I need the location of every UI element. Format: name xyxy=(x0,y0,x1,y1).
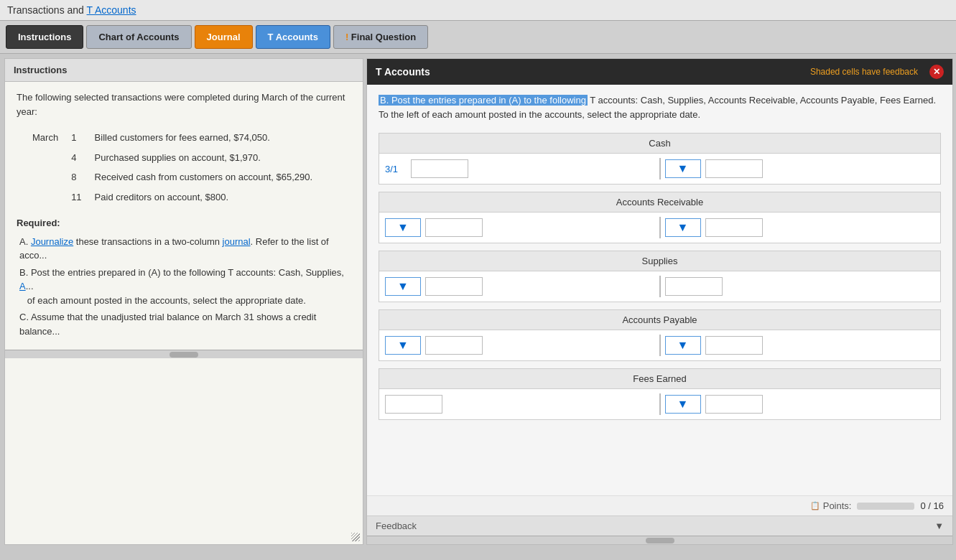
month-cell xyxy=(32,188,70,207)
cash-date-label: 3/1 xyxy=(385,164,407,174)
fees-right-input[interactable] xyxy=(705,395,763,414)
title-text: Transactions and xyxy=(7,4,87,16)
t-account-fees-row: ▼ xyxy=(379,389,940,419)
tab-final-question[interactable]: Final Question xyxy=(333,25,428,49)
day-cell: 8 xyxy=(71,168,93,187)
right-bottom-scrollbar[interactable] xyxy=(367,536,952,544)
table-row: 11 Paid creditors on account, $800. xyxy=(32,188,324,207)
scrollbar-handle xyxy=(170,352,198,358)
table-row: 4 Purchased supplies on account, $1,970. xyxy=(32,149,324,167)
required-section: Required: A. Journalize these transactio… xyxy=(17,216,351,338)
cash-right-side: ▼ xyxy=(665,159,935,178)
chevron-down-icon: ▼ xyxy=(397,221,409,234)
journal-link[interactable]: journal xyxy=(223,236,251,247)
day-cell: 11 xyxy=(71,188,93,207)
month-cell xyxy=(32,168,70,187)
tab-bar: Instructions Chart of Accounts Journal T… xyxy=(0,21,956,54)
chevron-down-icon: ▼ xyxy=(677,162,689,175)
fees-divider xyxy=(659,393,661,415)
fees-left-side xyxy=(385,395,655,414)
ar-link[interactable]: A xyxy=(19,281,26,291)
fees-right-dropdown[interactable]: ▼ xyxy=(665,395,701,414)
t-account-ap: Accounts Payable ▼ ▼ xyxy=(379,309,941,361)
page-title: Transactions and T Accounts xyxy=(7,4,136,16)
feedback-row: Feedback ▼ xyxy=(367,515,952,536)
ar-left-input[interactable] xyxy=(425,218,483,237)
month-cell xyxy=(32,149,70,167)
supplies-right-input[interactable] xyxy=(665,277,723,296)
fees-left-input[interactable] xyxy=(385,395,442,414)
req-item-b: B. Post the entries prepared in (A) to t… xyxy=(17,266,351,308)
feedback-dropdown-icon[interactable]: ▼ xyxy=(934,521,944,531)
desc-cell: Purchased supplies on account, $1,970. xyxy=(95,149,325,167)
highlight-text: B. Post the entries prepared in (A) to t… xyxy=(379,95,588,106)
ap-left-dropdown[interactable]: ▼ xyxy=(385,336,421,355)
left-panel-body: The following selected transactions were… xyxy=(5,82,363,350)
right-scrollbar-handle xyxy=(646,538,674,543)
desc-cell: Received cash from customers on account,… xyxy=(95,168,325,187)
resize-handle[interactable] xyxy=(351,533,360,541)
tab-journal[interactable]: Journal xyxy=(195,25,253,49)
t-account-ar-header: Accounts Receivable xyxy=(379,192,940,213)
intro-text: The following selected transactions were… xyxy=(17,90,351,118)
req-item-a: A. Journalize these transactions in a tw… xyxy=(17,235,351,263)
t-account-cash-row: 3/1 ▼ xyxy=(379,154,940,184)
points-value: 0 / 16 xyxy=(920,500,944,511)
desc-cell: Paid creditors on account, $800. xyxy=(95,188,325,207)
right-panel-header: T Accounts Shaded cells have feedback ✕ xyxy=(367,59,952,85)
ar-divider xyxy=(659,217,661,238)
ap-right-dropdown[interactable]: ▼ xyxy=(665,336,701,355)
chevron-down-icon: ▼ xyxy=(677,221,689,234)
transactions-table: March 1 Billed customers for fees earned… xyxy=(31,127,325,207)
supplies-left-input[interactable] xyxy=(425,277,483,296)
main-content: Instructions The following selected tran… xyxy=(0,54,956,549)
t-account-ar: Accounts Receivable ▼ ▼ xyxy=(379,192,941,243)
left-panel-header: Instructions xyxy=(5,59,363,82)
right-panel-title: T Accounts xyxy=(376,66,430,78)
close-button[interactable]: ✕ xyxy=(929,65,944,79)
cash-left-side: 3/1 xyxy=(385,159,655,178)
supplies-right-side xyxy=(665,277,935,296)
t-accounts-link[interactable]: T Accounts xyxy=(87,4,136,16)
ap-divider xyxy=(659,335,661,356)
cash-right-input[interactable] xyxy=(705,159,763,178)
chevron-down-icon: ▼ xyxy=(677,398,689,411)
t-account-cash-header: Cash xyxy=(379,134,940,154)
desc-cell: Billed customers for fees earned, $74,05… xyxy=(95,129,325,147)
tab-t-accounts[interactable]: T Accounts xyxy=(256,25,330,49)
bottom-scrollbar[interactable] xyxy=(5,350,363,358)
feedback-label: Feedback xyxy=(376,521,417,531)
tab-chart-of-accounts[interactable]: Chart of Accounts xyxy=(86,25,191,49)
cash-left-input[interactable] xyxy=(411,159,468,178)
t-account-fees: Fees Earned ▼ xyxy=(379,368,941,420)
tab-instructions[interactable]: Instructions xyxy=(6,25,83,49)
ar-left-side: ▼ xyxy=(385,218,655,237)
t-account-fees-header: Fees Earned xyxy=(379,369,940,389)
ar-left-dropdown[interactable]: ▼ xyxy=(385,218,421,237)
t-account-supplies: Supplies ▼ xyxy=(379,251,941,302)
ap-left-side: ▼ xyxy=(385,336,655,355)
required-label: Required: xyxy=(17,216,351,230)
t-account-ap-header: Accounts Payable xyxy=(379,310,940,330)
day-cell: 4 xyxy=(71,149,93,167)
cash-right-dropdown[interactable]: ▼ xyxy=(665,159,701,178)
ar-right-input[interactable] xyxy=(705,218,763,237)
supplies-divider xyxy=(659,276,661,297)
req-item-c: C. Assume that the unadjusted trial bala… xyxy=(17,310,351,338)
t-account-supplies-header: Supplies xyxy=(379,251,940,271)
ar-right-dropdown[interactable]: ▼ xyxy=(665,218,701,237)
day-cell: 1 xyxy=(71,129,93,147)
feedback-notice: Shaded cells have feedback xyxy=(810,67,918,77)
t-account-supplies-row: ▼ xyxy=(379,271,940,302)
supplies-left-dropdown[interactable]: ▼ xyxy=(385,277,421,296)
chevron-down-icon: ▼ xyxy=(397,339,409,352)
left-panel: Instructions The following selected tran… xyxy=(4,58,363,545)
ap-left-input[interactable] xyxy=(425,336,483,355)
ap-right-input[interactable] xyxy=(705,336,763,355)
month-cell: March xyxy=(32,129,70,147)
ap-right-side: ▼ xyxy=(665,336,935,355)
points-text: Points: xyxy=(823,500,852,511)
journalize-link[interactable]: Journalize xyxy=(31,236,73,247)
t-account-ar-row: ▼ ▼ xyxy=(379,213,940,243)
chevron-down-icon: ▼ xyxy=(677,339,689,352)
